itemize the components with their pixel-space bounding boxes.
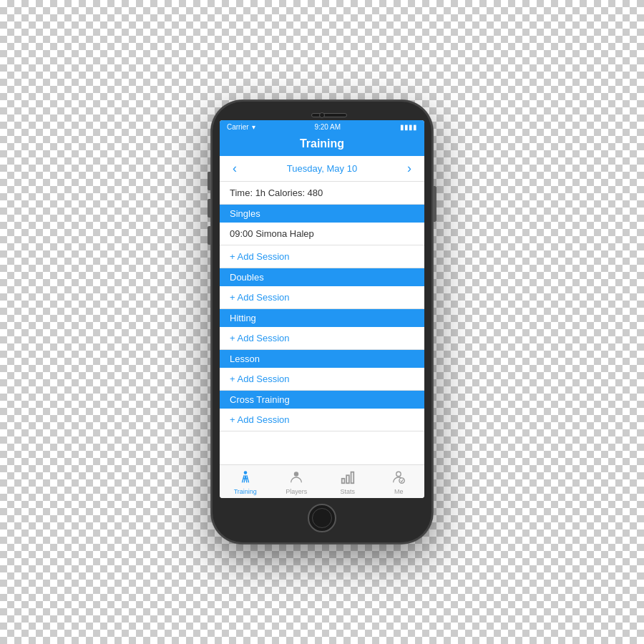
wifi-icon: ▾ [252,123,255,131]
phone-screen: Carrier ▾ 9:20 AM ▮▮▮▮ Training ‹ Tuesda… [220,120,424,498]
add-session-hitting[interactable]: + Add Session [220,327,424,350]
home-button[interactable] [308,504,336,532]
svg-point-5 [396,472,401,476]
front-camera [319,112,325,118]
section-header-doubles: Doubles [220,268,424,286]
tab-players[interactable]: Players [271,468,323,497]
tab-me[interactable]: Me [374,468,425,497]
next-date-button[interactable]: › [404,161,414,176]
power-button [434,186,436,222]
section-header-cross-training: Cross Training [220,391,424,409]
status-right: ▮▮▮▮ [400,123,417,131]
add-session-cross-training[interactable]: + Add Session [220,409,424,431]
svg-point-1 [294,472,298,476]
battery-icon: ▮▮▮▮ [400,123,417,131]
tab-bar: Training Players [220,464,424,498]
carrier-label: Carrier [227,123,249,131]
svg-rect-4 [351,472,353,484]
prev-date-button[interactable]: ‹ [230,161,240,176]
add-session-lesson[interactable]: + Add Session [220,368,424,391]
section-header-singles: Singles [220,205,424,223]
status-bar: Carrier ▾ 9:20 AM ▮▮▮▮ [220,120,424,133]
date-navigation: ‹ Tuesday, May 10 › [220,156,424,182]
add-session-doubles[interactable]: + Add Session [220,286,424,309]
page-title: Training [300,137,344,150]
me-icon [391,469,406,487]
svg-point-0 [243,471,247,474]
section-header-hitting: Hitting [220,309,424,327]
phone-top-notch [220,109,424,120]
add-session-singles[interactable]: + Add Session [220,245,424,268]
date-label: Tuesday, May 10 [287,163,357,174]
session-entry-text: 09:00 Simona Halep [230,228,314,239]
phone-bottom-area [220,498,424,535]
svg-rect-2 [342,479,345,483]
volume-buttons [208,172,210,245]
tab-players-label: Players [286,488,307,495]
status-time: 9:20 AM [314,123,341,131]
players-icon [288,469,304,487]
tab-me-label: Me [394,488,404,495]
svg-rect-3 [346,475,349,483]
home-button-ring [312,508,332,528]
session-list: Singles 09:00 Simona Halep + Add Session… [220,205,424,464]
tab-training[interactable]: Training [220,468,271,497]
phone-frame: Carrier ▾ 9:20 AM ▮▮▮▮ Training ‹ Tuesda… [211,100,433,544]
stats-icon [340,469,356,487]
tab-stats-label: Stats [340,488,355,495]
training-icon [238,469,253,487]
stats-text: Time: 1h Calories: 480 [230,187,323,198]
session-entry-simona[interactable]: 09:00 Simona Halep [220,223,424,245]
earpiece-speaker [311,113,347,117]
stats-row: Time: 1h Calories: 480 [220,182,424,205]
status-left: Carrier ▾ [227,123,255,131]
nav-header: Training [220,133,424,156]
section-header-lesson: Lesson [220,350,424,368]
tab-training-label: Training [234,488,257,495]
tab-stats[interactable]: Stats [322,468,374,497]
